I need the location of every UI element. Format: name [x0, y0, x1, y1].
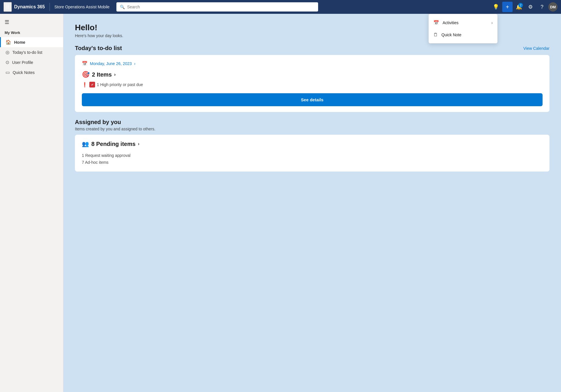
todo-card: 📅 Monday, June 26, 2023 › 🎯 2 Items › ❗ … — [75, 55, 549, 112]
quick-notes-icon: ▭ — [5, 70, 10, 75]
waffle-menu-button[interactable]: ⠿ — [3, 2, 12, 12]
activities-icon: 📅 — [433, 20, 439, 25]
assigned-title: Assigned by you — [75, 119, 549, 125]
activities-dropdown: 📅 Activities › 🗒 Quick Note — [428, 14, 498, 43]
see-details-button[interactable]: See details — [82, 93, 543, 106]
priority-row: ❗ ✔ 1 High priority or past due — [82, 82, 543, 87]
quick-note-menu-item[interactable]: 🗒 Quick Note — [429, 29, 497, 41]
sidebar-item-quick-notes[interactable]: ▭ Quick Notes — [0, 67, 63, 77]
date-label: Monday, June 26, 2023 — [90, 61, 132, 66]
lightbulb-button[interactable]: 💡 — [491, 2, 501, 12]
sidebar-item-quicknotes-label: Quick Notes — [13, 70, 35, 75]
main-content: Hello! Here's how your day looks. Today'… — [63, 14, 561, 392]
priority-task-icon: ✔ — [89, 82, 95, 87]
pending-arrow-icon: › — [138, 141, 139, 146]
activities-menu-item[interactable]: 📅 Activities › — [429, 16, 497, 29]
notification-badge: 2 — [518, 3, 523, 7]
sidebar-item-home-label: Home — [14, 40, 25, 45]
items-count-label: 2 Items — [92, 71, 112, 78]
brand-name: Dynamics 365 — [14, 4, 45, 9]
sidebar-item-user-profile[interactable]: ⊙ User Profile — [0, 57, 63, 67]
items-count-row[interactable]: 🎯 2 Items › — [82, 71, 543, 78]
calendar-icon: 📅 — [82, 61, 88, 66]
assigned-card: 👥 8 Pending items › 1 Request waiting ap… — [75, 135, 549, 172]
exclamation-icon: ❗ — [82, 82, 88, 87]
nav-divider — [50, 3, 50, 11]
view-calendar-link[interactable]: View Calendar — [523, 46, 549, 51]
sidebar-item-profile-label: User Profile — [12, 60, 33, 65]
search-input[interactable] — [127, 5, 315, 9]
pending-count-label: 8 Pending items — [91, 141, 135, 147]
pending-item-0: 1 Request waiting approval — [82, 152, 543, 159]
date-arrow-icon: › — [134, 61, 135, 66]
todo-icon: ◎ — [5, 50, 10, 55]
sidebar: ☰ My Work 🏠 Home ◎ Today's to-do list ⊙ … — [0, 14, 63, 392]
user-profile-icon: ⊙ — [5, 60, 9, 65]
items-arrow-icon: › — [114, 72, 116, 77]
notifications-button[interactable]: 🔔 2 — [514, 2, 524, 12]
activities-label: Activities — [443, 20, 458, 25]
user-avatar[interactable]: DM — [548, 2, 558, 12]
sidebar-item-todo[interactable]: ◎ Today's to-do list — [0, 47, 63, 57]
sidebar-section-label: My Work — [0, 29, 63, 37]
help-button[interactable]: ? — [537, 2, 547, 12]
hamburger-button[interactable]: ☰ — [0, 17, 63, 27]
search-box[interactable]: 🔍 — [116, 2, 318, 12]
activities-arrow-icon: › — [491, 20, 493, 25]
sidebar-item-home[interactable]: 🏠 Home — [0, 37, 63, 47]
todo-section-title: Today's to-do list — [75, 45, 122, 52]
pending-item-1: 7 Ad-hoc items — [82, 159, 543, 166]
app-name: Store Operations Assist Mobile — [54, 5, 109, 9]
topnav-right: 💡 + 🔔 2 ⚙ ? DM — [491, 2, 558, 12]
sidebar-item-todo-label: Today's to-do list — [12, 50, 42, 55]
date-row[interactable]: 📅 Monday, June 26, 2023 › — [82, 61, 543, 66]
target-icon: 🎯 — [82, 71, 90, 78]
settings-button[interactable]: ⚙ — [525, 2, 536, 12]
people-icon: 👥 — [82, 140, 89, 147]
quick-note-label: Quick Note — [441, 33, 461, 37]
plus-button[interactable]: + — [502, 2, 513, 12]
priority-text: 1 High priority or past due — [97, 82, 143, 87]
todo-section-header: Today's to-do list View Calendar — [75, 45, 549, 52]
quick-note-icon: 🗒 — [433, 32, 438, 37]
pending-row[interactable]: 👥 8 Pending items › — [82, 140, 543, 147]
home-icon: 🏠 — [5, 39, 11, 45]
search-icon: 🔍 — [120, 5, 125, 9]
assigned-subtitle: Items created by you and assigned to oth… — [75, 127, 549, 131]
topnav: ⠿ Dynamics 365 Store Operations Assist M… — [0, 0, 561, 14]
app-layout: ☰ My Work 🏠 Home ◎ Today's to-do list ⊙ … — [0, 14, 561, 392]
